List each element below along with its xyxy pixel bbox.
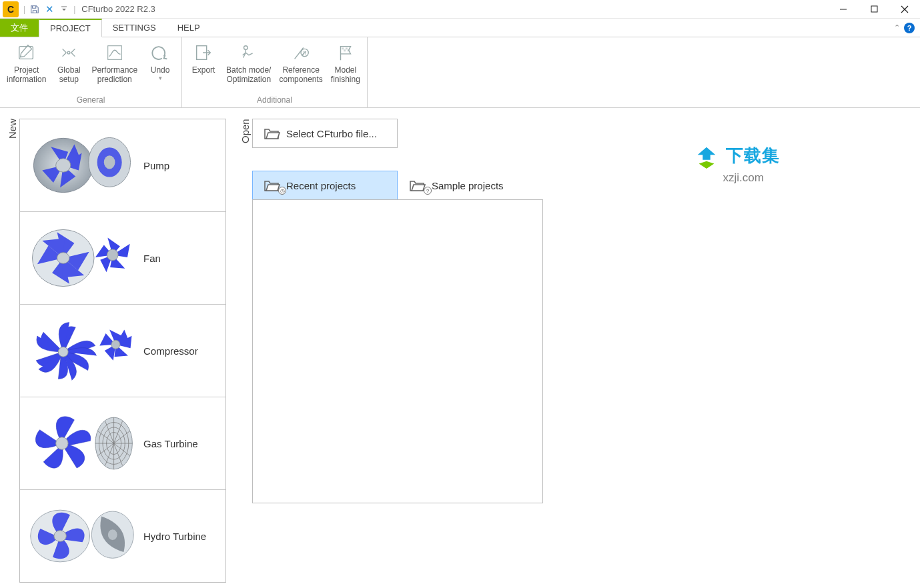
- recent-projects-area: [252, 199, 543, 503]
- close-file-icon[interactable]: ✕: [43, 3, 55, 15]
- svg-point-9: [56, 159, 71, 172]
- model-finishing-button[interactable]: Model finishing: [327, 40, 364, 86]
- collapse-ribbon-icon[interactable]: ⌃: [894, 23, 900, 32]
- watermark-text-cn: 下载集: [726, 145, 780, 165]
- svg-point-12: [104, 155, 115, 169]
- app-icon: C: [3, 1, 19, 17]
- svg-point-30: [54, 531, 67, 542]
- batch-mode-button[interactable]: Batch mode/ Optimization: [222, 40, 275, 86]
- project-information-button[interactable]: Project information: [3, 40, 50, 86]
- setup-icon: [57, 41, 80, 64]
- ribbon-group-general: Project information Global setup Perform…: [0, 37, 182, 107]
- gas-turbine-thumbnail: [20, 397, 143, 489]
- recent-projects-tab[interactable]: ◷ Recent projects: [252, 171, 398, 200]
- watermark: 下载集 xzji.com: [694, 144, 780, 185]
- new-project-list: Pump Fan: [19, 119, 226, 583]
- tab-settings[interactable]: SETTINGS: [102, 19, 167, 37]
- watermark-text-en: xzji.com: [723, 171, 780, 185]
- new-section-label: New: [5, 119, 19, 583]
- select-file-button[interactable]: Select CFturbo file...: [252, 119, 398, 148]
- project-tabs: ◷ Recent projects ? Sample projects: [252, 171, 543, 200]
- minimize-button[interactable]: [828, 0, 859, 19]
- new-item-label: Compressor: [143, 345, 198, 357]
- svg-rect-3: [107, 46, 121, 60]
- new-fan-button[interactable]: Fan: [20, 212, 225, 305]
- export-button[interactable]: Export: [185, 40, 222, 76]
- title-bar: C | ✕ | CFturbo 2022 R2.3: [0, 0, 920, 19]
- reference-icon: R: [290, 41, 312, 64]
- close-button[interactable]: [889, 0, 920, 19]
- divider: |: [23, 5, 25, 14]
- workspace: New Pump: [0, 108, 920, 588]
- open-panel: Select CFturbo file... ◷ Recent projects…: [252, 119, 543, 583]
- ribbon: Project information Global setup Perform…: [0, 37, 920, 108]
- folder-recent-icon: ◷: [260, 179, 284, 192]
- svg-point-18: [56, 437, 69, 450]
- window-title: CFturbo 2022 R2.3: [81, 4, 155, 14]
- ribbon-group-label: Additional: [182, 94, 367, 107]
- run-icon: [238, 41, 260, 64]
- folder-sample-icon: ?: [405, 179, 429, 192]
- flag-icon: [334, 41, 357, 64]
- svg-point-5: [244, 46, 248, 50]
- svg-point-17: [111, 340, 120, 349]
- svg-point-32: [107, 529, 117, 541]
- tab-project[interactable]: PROJECT: [39, 19, 102, 37]
- new-gas-turbine-button[interactable]: Gas Turbine: [20, 397, 225, 490]
- edit-icon: [15, 41, 38, 64]
- compressor-thumbnail: [20, 305, 143, 397]
- ribbon-tab-strip: 文件 PROJECT SETTINGS HELP ⌃ ?: [0, 19, 920, 37]
- export-icon: [192, 41, 215, 64]
- svg-point-2: [68, 51, 71, 54]
- maximize-button[interactable]: [859, 0, 889, 19]
- divider: |: [73, 5, 75, 14]
- help-icon[interactable]: ?: [904, 23, 915, 33]
- fan-thumbnail: [20, 212, 143, 304]
- ribbon-group-label: General: [0, 94, 181, 107]
- svg-point-16: [58, 347, 68, 357]
- qat-dropdown-icon[interactable]: [58, 3, 70, 15]
- new-hydro-turbine-button[interactable]: Hydro Turbine: [20, 490, 225, 582]
- new-item-label: Hydro Turbine: [143, 531, 206, 542]
- tab-label: Sample projects: [432, 180, 504, 191]
- new-pump-button[interactable]: Pump: [20, 119, 225, 212]
- svg-rect-0: [871, 6, 877, 12]
- tab-file[interactable]: 文件: [0, 19, 39, 37]
- undo-icon: [149, 41, 171, 64]
- open-section-label: Open: [238, 119, 252, 583]
- folder-open-icon: [260, 127, 284, 140]
- new-item-label: Fan: [143, 253, 161, 264]
- tab-help[interactable]: HELP: [167, 19, 211, 37]
- select-file-label: Select CFturbo file...: [286, 128, 377, 139]
- global-setup-button[interactable]: Global setup: [50, 40, 87, 86]
- ribbon-group-additional: Export Batch mode/ Optimization R Refere…: [182, 37, 368, 107]
- hydro-turbine-thumbnail: [20, 490, 143, 582]
- undo-button[interactable]: Undo ▾: [141, 40, 179, 83]
- save-icon[interactable]: [29, 3, 41, 15]
- reference-components-button[interactable]: R Reference components: [275, 40, 326, 86]
- new-item-label: Gas Turbine: [143, 438, 198, 449]
- performance-prediction-button[interactable]: Performance prediction: [87, 40, 141, 86]
- new-item-label: Pump: [143, 160, 169, 171]
- svg-point-15: [107, 249, 118, 261]
- sample-projects-tab[interactable]: ? Sample projects: [398, 171, 543, 200]
- pump-thumbnail: [20, 119, 143, 211]
- svg-point-14: [57, 253, 70, 264]
- chevron-down-icon: ▾: [159, 75, 162, 81]
- svg-text:R: R: [303, 51, 306, 55]
- chart-icon: [103, 41, 126, 64]
- new-compressor-button[interactable]: Compressor: [20, 305, 225, 397]
- tab-label: Recent projects: [286, 180, 356, 191]
